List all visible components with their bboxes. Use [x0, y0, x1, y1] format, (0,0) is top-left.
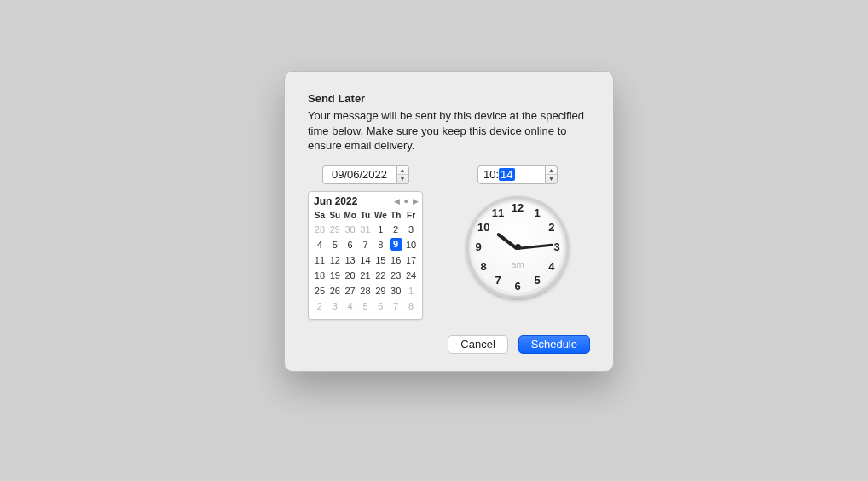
calendar-day[interactable]: 19: [327, 268, 343, 283]
time-input[interactable]: 10:14: [477, 165, 546, 184]
calendar-day[interactable]: 31: [358, 222, 373, 237]
clock-numeral: 11: [490, 206, 506, 221]
date-step-up-icon[interactable]: ▲: [397, 166, 408, 176]
calendar-day[interactable]: 23: [388, 268, 403, 283]
calendar-dow: Sa: [312, 209, 327, 222]
calendar-dow: Tu: [358, 209, 373, 222]
calendar-day[interactable]: 10: [403, 237, 419, 252]
calendar-day[interactable]: 24: [403, 268, 419, 283]
clock-panel: am 121234567891011: [445, 191, 590, 298]
calendar-dow: We: [373, 209, 388, 222]
calendar-day[interactable]: 15: [373, 252, 388, 268]
schedule-button[interactable]: Schedule: [518, 335, 590, 354]
calendar-dow: Fr: [403, 209, 419, 222]
calendar-nav: ◀ ● ▶: [394, 197, 419, 206]
time-stepper[interactable]: 10:14 ▲ ▼: [477, 165, 558, 184]
calendar-day[interactable]: 29: [327, 222, 343, 237]
calendar-day[interactable]: 5: [358, 298, 373, 314]
calendar-day[interactable]: 1: [403, 283, 419, 298]
datetime-fields: 09/06/2022 ▲ ▼ 10:14 ▲ ▼: [308, 165, 590, 184]
calendar-day[interactable]: 28: [358, 283, 373, 298]
calendar-day[interactable]: 2: [388, 222, 403, 237]
calendar-day[interactable]: 21: [358, 268, 373, 283]
calendar-prev-icon[interactable]: ◀: [394, 197, 400, 206]
dialog-title: Send Later: [308, 92, 590, 105]
clock-numeral: 3: [549, 240, 564, 255]
calendar-grid: SaSuMoTuWeThFr 2829303112345678910111213…: [312, 209, 419, 314]
clock-numeral: 7: [490, 273, 506, 288]
calendar-day[interactable]: 1: [373, 222, 388, 237]
calendar-day[interactable]: 30: [343, 222, 358, 237]
calendar-day[interactable]: 25: [312, 283, 327, 298]
clock-numeral: 5: [529, 273, 545, 288]
calendar[interactable]: Jun 2022 ◀ ● ▶ SaSuMoTuWeThFr 2829303112…: [308, 191, 423, 320]
calendar-dow: Th: [388, 209, 403, 222]
calendar-day[interactable]: 22: [373, 268, 388, 283]
calendar-day[interactable]: 8: [403, 298, 419, 314]
calendar-today-icon[interactable]: ●: [404, 197, 408, 206]
calendar-day[interactable]: 14: [358, 252, 373, 268]
clock-numeral: 12: [510, 200, 525, 216]
date-stepper-buttons[interactable]: ▲ ▼: [397, 165, 409, 184]
calendar-day[interactable]: 30: [388, 283, 403, 298]
clock-numeral: 8: [476, 259, 491, 275]
clock-numeral: 2: [544, 220, 559, 235]
clock-numeral: 6: [510, 279, 525, 294]
calendar-day[interactable]: 9: [388, 237, 403, 252]
calendar-day[interactable]: 17: [403, 252, 419, 268]
calendar-day[interactable]: 26: [327, 283, 343, 298]
date-step-down-icon[interactable]: ▼: [397, 175, 408, 183]
clock-pivot: [515, 244, 521, 250]
calendar-day[interactable]: 5: [327, 237, 343, 252]
send-later-dialog: Send Later Your message will be sent by …: [284, 71, 614, 372]
calendar-header: Jun 2022 ◀ ● ▶: [312, 195, 419, 209]
calendar-day[interactable]: 7: [388, 298, 403, 314]
calendar-day[interactable]: 3: [403, 222, 419, 237]
calendar-day[interactable]: 4: [312, 237, 327, 252]
clock-numeral: 9: [471, 240, 486, 255]
calendar-day[interactable]: 20: [343, 268, 358, 283]
analog-clock[interactable]: am 121234567891011: [466, 196, 569, 298]
clock-numeral: 1: [529, 206, 545, 221]
time-step-down-icon[interactable]: ▼: [546, 175, 557, 183]
calendar-day[interactable]: 12: [327, 252, 343, 268]
calendar-day[interactable]: 11: [312, 252, 327, 268]
calendar-dow: Su: [327, 209, 343, 222]
dialog-buttons: Cancel Schedule: [308, 335, 590, 354]
calendar-next-icon[interactable]: ▶: [413, 197, 419, 206]
clock-numeral: 4: [544, 259, 559, 275]
calendar-day[interactable]: 13: [343, 252, 358, 268]
picker-panels: Jun 2022 ◀ ● ▶ SaSuMoTuWeThFr 2829303112…: [308, 191, 590, 320]
date-stepper[interactable]: 09/06/2022 ▲ ▼: [322, 165, 409, 184]
calendar-day[interactable]: 6: [373, 298, 388, 314]
clock-minute-hand[interactable]: [518, 243, 553, 249]
calendar-month-label: Jun 2022: [314, 195, 357, 207]
calendar-day[interactable]: 16: [388, 252, 403, 268]
calendar-dow: Mo: [343, 209, 358, 222]
calendar-day[interactable]: 7: [358, 237, 373, 252]
time-stepper-buttons[interactable]: ▲ ▼: [546, 165, 558, 184]
time-hour: 10: [483, 168, 495, 181]
calendar-day[interactable]: 28: [312, 222, 327, 237]
date-input[interactable]: 09/06/2022: [322, 165, 397, 184]
calendar-day[interactable]: 4: [343, 298, 358, 314]
clock-numeral: 10: [476, 220, 491, 235]
calendar-day[interactable]: 3: [327, 298, 343, 314]
time-step-up-icon[interactable]: ▲: [546, 166, 557, 176]
calendar-day[interactable]: 29: [373, 283, 388, 298]
calendar-day[interactable]: 27: [343, 283, 358, 298]
calendar-day[interactable]: 8: [373, 237, 388, 252]
calendar-day[interactable]: 6: [343, 237, 358, 252]
time-minute-selected: 14: [499, 168, 514, 181]
cancel-button[interactable]: Cancel: [448, 335, 507, 354]
calendar-day[interactable]: 18: [312, 268, 327, 283]
dialog-description: Your message will be sent by this device…: [308, 108, 590, 154]
calendar-day[interactable]: 2: [312, 298, 327, 314]
